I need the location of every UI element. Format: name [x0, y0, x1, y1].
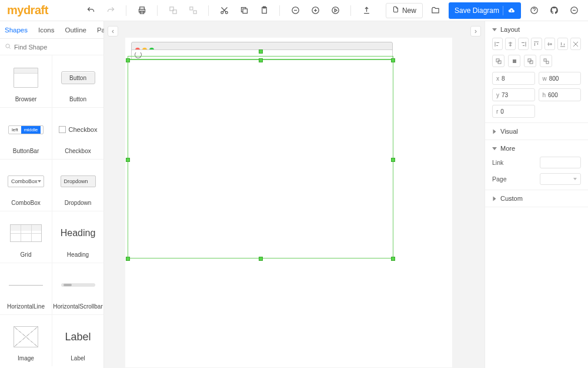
page-select[interactable] [540, 173, 581, 185]
distribute-button[interactable] [570, 38, 581, 50]
save-button[interactable]: Save Diagram [449, 2, 521, 19]
resize-handle-sw[interactable] [126, 257, 130, 261]
open-button[interactable] [429, 4, 443, 18]
resize-handle-w[interactable] [126, 158, 130, 162]
group-button[interactable] [166, 4, 180, 18]
page-label: Page [492, 175, 507, 183]
print-button[interactable] [135, 4, 149, 18]
undo-button[interactable] [83, 4, 98, 18]
shape-search-input[interactable] [14, 44, 99, 51]
r-input-wrap: r [492, 105, 535, 118]
align-top-button[interactable] [531, 38, 542, 50]
section-layout: Layout x w y h r [485, 21, 588, 123]
w-input[interactable] [549, 75, 577, 82]
resize-handle-n2[interactable] [259, 58, 263, 62]
shape-buttonbar[interactable]: leftmiddlerightButtonBar [0, 108, 52, 159]
send-back-button[interactable] [540, 55, 552, 67]
send-backward-button[interactable] [524, 55, 536, 67]
left-tabs: Shapes Icons Outline Page ⋯ [0, 21, 103, 39]
canvas[interactable]: ‹ › [104, 21, 485, 368]
page-surface[interactable] [125, 38, 452, 367]
section-visual-header[interactable]: Visual [492, 128, 581, 135]
shape-browser[interactable]: Browser [0, 55, 52, 107]
shape-label[interactable]: LabelLabel [52, 315, 103, 366]
align-bottom-button[interactable] [557, 38, 568, 50]
right-panel: Layout x w y h r [485, 21, 588, 368]
shape-hscrollbar[interactable]: HorizontalScrollbar [52, 263, 103, 314]
y-input-wrap: y [492, 88, 535, 101]
tab-shapes[interactable]: Shapes [5, 26, 28, 34]
shape-image[interactable]: Image [0, 315, 52, 366]
paste-button[interactable] [257, 4, 271, 18]
r-input[interactable] [500, 108, 530, 115]
zoom-out-button[interactable] [288, 4, 302, 18]
align-right-button[interactable] [518, 38, 529, 50]
align-center-h-button[interactable] [505, 38, 516, 50]
redo-button[interactable] [103, 4, 118, 18]
svg-rect-6 [193, 11, 196, 14]
collapse-right-panel-button[interactable]: › [470, 26, 481, 37]
shape-checkbox[interactable]: CheckboxCheckbox [52, 108, 103, 159]
shape-hline[interactable]: HorizontalLine [0, 263, 52, 314]
shape-search[interactable] [0, 39, 103, 55]
search-icon [5, 43, 11, 51]
svg-rect-23 [544, 59, 546, 61]
tab-icons[interactable]: Icons [38, 26, 55, 34]
section-visual: Visual [485, 123, 588, 140]
shape-heading[interactable]: HeadingHeading [52, 211, 103, 263]
collapse-left-panel-button[interactable]: ‹ [108, 26, 118, 37]
export-button[interactable] [359, 4, 373, 18]
resize-handle-s[interactable] [259, 257, 263, 261]
svg-rect-20 [513, 59, 516, 63]
resize-handle-ne[interactable] [391, 58, 395, 62]
x-input-wrap: x [492, 72, 535, 85]
preview-button[interactable] [328, 4, 342, 18]
section-more-header[interactable]: More [492, 145, 581, 152]
copy-button[interactable] [237, 4, 251, 18]
link-input[interactable] [540, 157, 581, 168]
svg-point-14 [332, 7, 339, 14]
github-button[interactable] [547, 4, 561, 18]
section-layout-header[interactable]: Layout [492, 26, 581, 33]
cloud-download-icon [503, 6, 515, 15]
h-input[interactable] [548, 92, 577, 98]
link-label: Link [492, 159, 503, 166]
shape-grid[interactable]: Grid [0, 211, 52, 263]
selection-outline[interactable] [128, 59, 393, 258]
x-input[interactable] [502, 75, 531, 82]
shape-dropdown[interactable]: DropdownDropdown [52, 160, 103, 211]
svg-rect-24 [546, 61, 549, 64]
svg-rect-9 [243, 9, 248, 14]
align-left-button[interactable] [492, 38, 503, 50]
svg-point-17 [6, 44, 9, 48]
topbar: mydraft New Save Diagram [0, 0, 588, 21]
help-button[interactable] [527, 4, 541, 18]
resize-handle-n[interactable] [259, 49, 263, 54]
logo: mydraft [7, 4, 48, 17]
new-button[interactable]: New [386, 3, 423, 18]
svg-rect-5 [190, 7, 193, 10]
resize-handle-e[interactable] [391, 158, 395, 162]
w-input-wrap: w [539, 72, 582, 85]
align-center-v-button[interactable] [544, 38, 555, 50]
resize-handle-se[interactable] [391, 257, 395, 261]
ungroup-button[interactable] [186, 4, 200, 18]
bring-forward-button[interactable] [508, 55, 520, 67]
section-custom-header[interactable]: Custom [492, 195, 581, 202]
settings-button[interactable] [567, 4, 581, 18]
tab-outline[interactable]: Outline [65, 26, 86, 34]
shape-combobox[interactable]: ComboBoxComboBox [0, 160, 52, 211]
new-label: New [402, 6, 416, 15]
left-panel: Shapes Icons Outline Page ⋯ Browser Butt… [0, 21, 104, 368]
zoom-in-button[interactable] [308, 4, 322, 18]
section-more: More Link Page [485, 140, 588, 190]
shapes-grid: Browser ButtonButton leftmiddlerightButt… [0, 55, 103, 368]
shape-button[interactable]: ButtonButton [52, 55, 103, 107]
bring-front-button[interactable] [492, 55, 505, 67]
section-custom: Custom [485, 190, 588, 207]
h-input-wrap: h [539, 88, 582, 101]
y-input[interactable] [502, 92, 531, 98]
cut-button[interactable] [217, 4, 231, 18]
resize-handle-nw[interactable] [126, 58, 130, 62]
save-label: Save Diagram [455, 6, 499, 15]
